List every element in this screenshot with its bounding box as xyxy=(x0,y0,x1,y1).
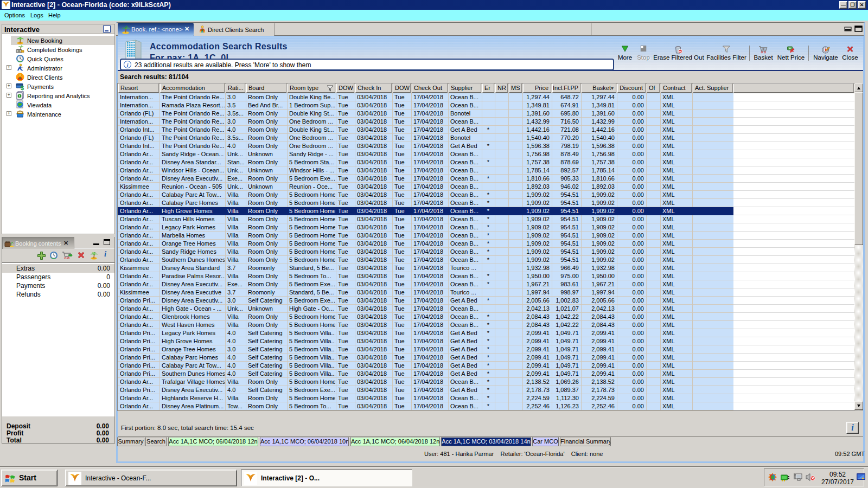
svg-text:$: $ xyxy=(21,85,24,91)
